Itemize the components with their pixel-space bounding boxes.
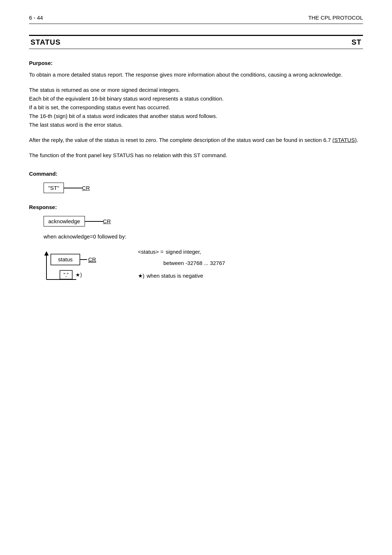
svg-marker-0 [44, 251, 49, 256]
section-title: STATUS [30, 38, 61, 46]
status-desc-val: signed integer, [166, 247, 201, 257]
status-desc-prefix: <status> = [138, 247, 163, 257]
ack-cr-connector [85, 221, 103, 222]
loop-svg: status CR "," ★) [40, 247, 120, 287]
page-title: THE CPL PROTOCOL [308, 15, 363, 21]
svg-text:★): ★) [75, 272, 82, 278]
cr-label: CR [82, 185, 90, 191]
response-label: Response: [29, 204, 363, 210]
purpose-section: Purpose: To obtain a more detailed statu… [29, 60, 363, 160]
page-number: 6 - 44 [29, 15, 43, 21]
response-diagram: acknowledge CR [44, 216, 363, 227]
when-text: when acknowledge=0 followed by: [44, 232, 363, 241]
status-description: <status> = signed integer, between -3276… [138, 247, 225, 281]
purpose-para2: The status is returned as one or more si… [29, 86, 363, 129]
status-desc-star: ★) [138, 271, 144, 281]
purpose-para1: To obtain a more detailed status report.… [29, 70, 363, 79]
svg-text:status: status [58, 256, 73, 262]
command-diagram: "ST" CR [44, 183, 363, 193]
ack-box: acknowledge [44, 216, 85, 227]
status-desc-range: between -32768 ... 32767 [163, 260, 225, 266]
status-desc-star-text: when status is negative [147, 271, 203, 281]
st-box: "ST" [44, 183, 64, 193]
purpose-para3: After the reply, the value of the status… [29, 136, 363, 144]
page-header: 6 - 44 THE CPL PROTOCOL [29, 15, 363, 24]
svg-text:CR: CR [88, 256, 96, 262]
purpose-label: Purpose: [29, 60, 363, 66]
svg-text:",": "," [64, 272, 69, 278]
status-loop-diagram: status CR "," ★) <status> = signed integ… [40, 247, 363, 287]
section-abbrev: ST [351, 38, 362, 46]
command-label: Command: [29, 171, 363, 177]
section-title-bar: STATUS ST [29, 35, 363, 49]
command-section: Command: "ST" CR [29, 171, 363, 193]
response-section: Response: acknowledge CR when acknowledg… [29, 204, 363, 287]
purpose-para4: The function of the front panel key STAT… [29, 151, 363, 160]
st-cr-connector [64, 188, 82, 188]
resp-cr-label: CR [103, 218, 111, 224]
